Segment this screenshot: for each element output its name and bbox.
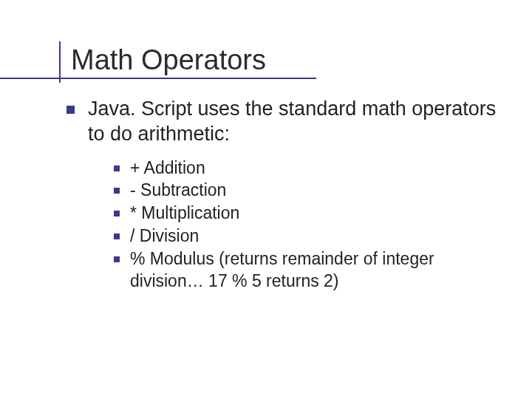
bullet-text: - Subtraction xyxy=(130,180,226,202)
bullet-text: + Addition xyxy=(130,157,205,180)
bullet-text: / Division xyxy=(130,225,199,248)
square-bullet-icon xyxy=(114,233,120,239)
slide: Math Operators Java. Script uses the sta… xyxy=(0,0,532,399)
square-bullet-icon xyxy=(66,106,75,114)
slide-title: Math Operators xyxy=(66,44,502,76)
bullet-level2: + Addition xyxy=(114,157,502,180)
bullet-text: % Modulus (returns remainder of integer … xyxy=(130,248,502,293)
sub-bullet-list: + Addition - Subtraction * Multiplicatio… xyxy=(114,157,502,293)
square-bullet-icon xyxy=(114,256,120,262)
title-underline xyxy=(0,78,316,79)
title-area: Math Operators xyxy=(66,44,502,76)
square-bullet-icon xyxy=(114,166,120,171)
bullet-text: Java. Script uses the standard math oper… xyxy=(88,97,502,147)
square-bullet-icon xyxy=(114,211,120,216)
bullet-level1: Java. Script uses the standard math oper… xyxy=(66,97,502,147)
bullet-level2: / Division xyxy=(114,225,502,248)
title-accent-vertical xyxy=(59,41,61,83)
bullet-level2: * Multiplication xyxy=(114,202,502,225)
slide-body: Java. Script uses the standard math oper… xyxy=(66,97,502,293)
bullet-level2: % Modulus (returns remainder of integer … xyxy=(114,248,502,293)
bullet-text: * Multiplication xyxy=(130,202,239,225)
square-bullet-icon xyxy=(114,188,120,194)
bullet-level2: - Subtraction xyxy=(114,180,502,202)
